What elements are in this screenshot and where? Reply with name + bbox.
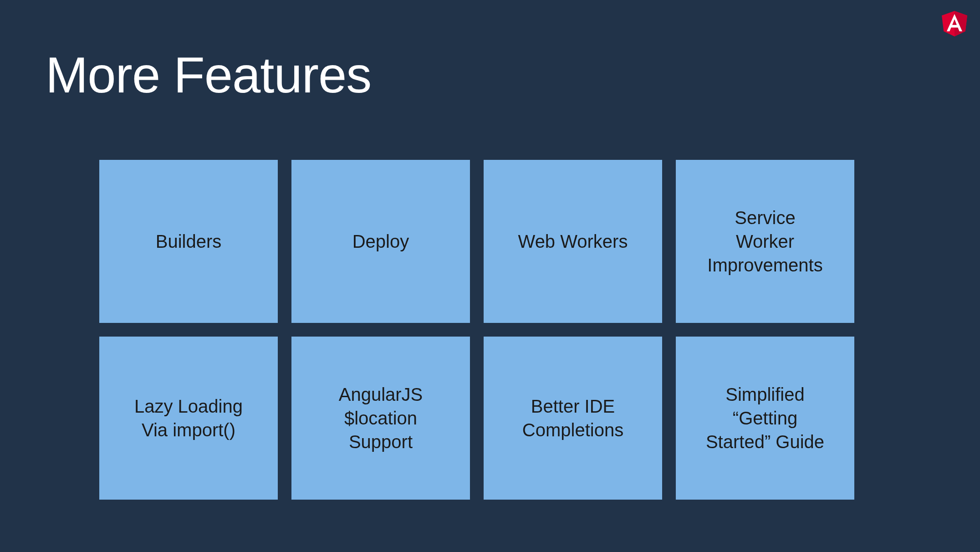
feature-tile: Builders — [99, 160, 278, 323]
feature-label: Lazy Loading Via import() — [134, 394, 243, 442]
feature-label: Web Workers — [518, 230, 628, 253]
feature-tile: AngularJS $location Support — [291, 337, 470, 500]
feature-label: Deploy — [352, 230, 409, 253]
feature-label: Better IDE Completions — [522, 394, 623, 442]
angular-logo-icon — [942, 10, 967, 37]
feature-tile: Lazy Loading Via import() — [99, 337, 278, 500]
feature-tile: Simplified “Getting Started” Guide — [676, 337, 854, 500]
feature-tile: Deploy — [291, 160, 470, 323]
feature-tile: Better IDE Completions — [484, 337, 662, 500]
feature-label: Simplified “Getting Started” Guide — [706, 383, 824, 454]
feature-grid: Builders Deploy Web Workers Service Work… — [99, 160, 854, 500]
feature-tile: Web Workers — [484, 160, 662, 323]
feature-tile: Service Worker Improvements — [676, 160, 854, 323]
feature-label: Service Worker Improvements — [707, 206, 822, 277]
slide-title: More Features — [46, 46, 371, 104]
feature-label: Builders — [156, 230, 222, 253]
feature-label: AngularJS $location Support — [339, 383, 423, 454]
